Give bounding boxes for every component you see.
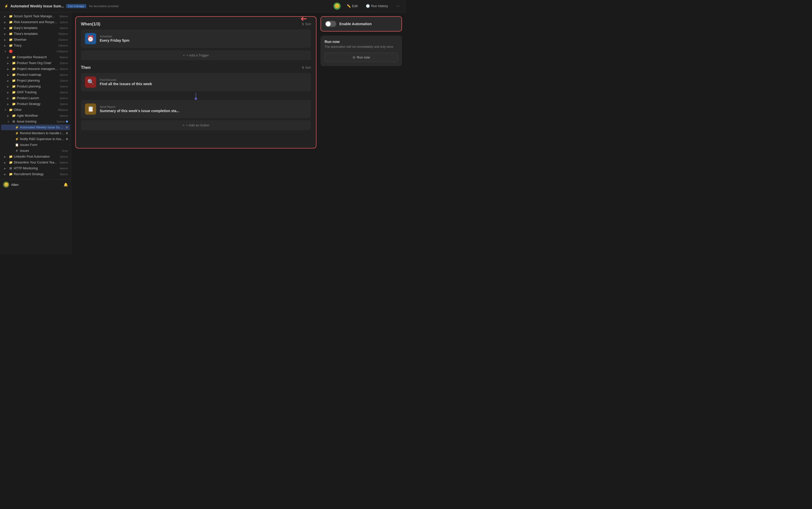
sidebar-item-25[interactable]: ▶📁Streamline Your Content Tea...6piece (1, 160, 70, 165)
run-now-card: Run now The automation will run immediat… (321, 36, 402, 66)
sidebar-count-4: 31piece (58, 38, 68, 41)
sidebar-arrow-1: ▶ (4, 21, 8, 24)
sidebar-item-6[interactable]: ▼🔴144piece (1, 48, 70, 54)
sidebar-arrow-9: ▶ (7, 68, 11, 70)
trigger-name: Every Friday 5pm (100, 38, 129, 42)
sidebar-item-0[interactable]: ▶📁Scrum Sprint Task Manage...8piece (1, 13, 70, 19)
run-now-button[interactable]: ⊙ Run now (325, 53, 398, 62)
sidebar-count-14: 2piece (60, 97, 68, 100)
sidebar-label-22: Issues Form (20, 143, 68, 147)
when-section-header: When(1/3) ⇅ Sort (81, 22, 311, 27)
find-records-info: Find Records Find all the issues of this… (100, 78, 152, 86)
scheduler-icon: ⏰ (85, 33, 96, 44)
red-arrow-icon: ➜ (300, 14, 307, 23)
history-icon: 🕐 (366, 4, 370, 8)
sidebar-icon-3: 📁 (9, 32, 13, 36)
sidebar-item-1[interactable]: ▶📁Risk Assessment and Response...2piece (1, 19, 70, 25)
automation-title-icon: ⚡ (4, 4, 8, 8)
sidebar-item-15[interactable]: ▶📁Product Strategy2piece (1, 101, 70, 107)
sidebar-item-12[interactable]: ▶📁Product planning7piece (1, 83, 70, 89)
arrow-annotation: ➜ Enable Automation (321, 16, 402, 32)
sidebar-label-27: Recruitment Strategy (14, 172, 59, 176)
sidebar-item-16[interactable]: ▼📁Other85piece (1, 107, 70, 113)
add-action-button[interactable]: + + Add an Action (81, 120, 311, 130)
connector-line (196, 93, 196, 98)
notification-icon[interactable]: 🔔 (64, 182, 68, 186)
sidebar-item-5[interactable]: ▶📁Tracy23piece (1, 43, 70, 48)
run-history-button[interactable]: 🕐 Run history (364, 3, 390, 9)
sidebar-icon-19: ⚡ (15, 126, 19, 129)
sidebar-icon-1: 📁 (9, 20, 13, 24)
sidebar-count-17: 9piece (60, 114, 68, 117)
sidebar-count-16: 85piece (58, 108, 68, 111)
more-options-button[interactable]: ··· (394, 2, 402, 10)
find-records-card[interactable]: 🔍 Find Records Find all the issues of th… (81, 73, 311, 91)
when-title: When(1/3) (81, 22, 100, 27)
sidebar-arrow-24: ▶ (4, 155, 8, 158)
then-sort-button[interactable]: ⇅ Sort (302, 66, 311, 69)
sidebar-item-26[interactable]: ▶⊞HTTP Monitoring4piece (1, 166, 70, 171)
sidebar-item-19[interactable]: ⚡Automated Weekly Issue Summ... (1, 125, 70, 130)
sidebar-item-23[interactable]: #Issues5row (1, 148, 70, 154)
sidebar-dot-21 (66, 138, 68, 140)
sidebar-item-27[interactable]: ▶📁Recruitment Strategy3piece (1, 171, 70, 177)
sidebar-item-21[interactable]: ⚡Notify R&D Supervisor to Assign... (1, 136, 70, 142)
sidebar-arrow-18: ▼ (7, 120, 11, 123)
sidebar-icon-18: ⊞ (12, 120, 16, 123)
sidebar-arrow-25: ▶ (4, 161, 8, 164)
sidebar-icon-10: 📁 (12, 73, 16, 76)
sidebar-item-24[interactable]: ▶📁LinkedIn Post Automation2piece (1, 154, 70, 160)
enable-toggle[interactable] (325, 21, 336, 27)
right-panel: ➜ Enable Automation Run now The automati… (321, 16, 402, 250)
sidebar-item-13[interactable]: ▶📁OKR Tracking2piece (1, 90, 70, 95)
trigger-info: Scheduler Every Friday 5pm (100, 35, 129, 42)
sidebar-label-1: Risk Assessment and Response... (14, 20, 59, 24)
sidebar-label-14: Product Launch (17, 96, 59, 100)
sidebar-items: ▶📁Scrum Sprint Task Manage...8piece▶📁Ris… (0, 13, 71, 177)
sidebar-item-17[interactable]: ▶📁Agile Workflow9piece (1, 113, 70, 118)
sidebar-count-26: 4piece (60, 167, 68, 170)
sidebar-item-3[interactable]: ▶📁Thea's templates33piece (1, 31, 70, 37)
sidebar-item-14[interactable]: ▶📁Product Launch2piece (1, 95, 70, 101)
send-report-card[interactable]: 📋 Send Report Summary of this week's iss… (81, 100, 311, 118)
sidebar-item-4[interactable]: ▶📁Sheehan31piece (1, 37, 70, 42)
sidebar-item-9[interactable]: ▶📁Project resource management3piece (1, 66, 70, 72)
edit-button[interactable]: ✏️ Edit (345, 3, 360, 9)
sidebar-count-5: 23piece (58, 44, 68, 47)
scheduler-trigger-card[interactable]: ⏰ Scheduler Every Friday 5pm (81, 30, 311, 48)
topbar-left: ⚡ Automated Weekly Issue Sum... Can mana… (4, 4, 333, 8)
sidebar-item-2[interactable]: ▶📁Gary's templates5piece (1, 25, 70, 31)
sidebar-label-4: Sheehan (14, 38, 57, 41)
run-now-btn-icon: ⊙ (353, 56, 355, 59)
add-action-icon: + (183, 123, 185, 127)
edit-icon: ✏️ (347, 4, 351, 8)
sidebar-label-23: Issues (20, 149, 61, 152)
sidebar-count-24: 2piece (60, 155, 68, 158)
sidebar-item-22[interactable]: 📋Issues Form (1, 142, 70, 148)
sidebar-label-9: Project resource management (17, 67, 59, 71)
sidebar-dot-20 (66, 132, 68, 134)
sidebar-item-20[interactable]: ⚡Remind Members to Handle Iss... (1, 130, 70, 136)
run-now-title: Run now (325, 40, 398, 44)
sidebar-item-10[interactable]: ▶📁Product roadmap2piece (1, 72, 70, 77)
sidebar-icon-2: 📁 (9, 26, 13, 30)
sidebar-count-0: 8piece (60, 15, 68, 18)
sidebar-item-7[interactable]: ▶📁Competitor Research8piece (1, 55, 70, 60)
sidebar-count-11: 2piece (60, 79, 68, 82)
sidebar-icon-23: # (15, 149, 19, 152)
add-trigger-label: + Add a Trigger (187, 54, 209, 57)
add-trigger-button[interactable]: + + Add a Trigger (81, 50, 311, 60)
sidebar-item-11[interactable]: ▶📁Project planning2piece (1, 78, 70, 83)
sidebar-arrow-17: ▶ (7, 114, 11, 117)
sidebar-item-18[interactable]: ▼⊞Issue tracking5piece (1, 119, 70, 124)
sidebar-icon-4: 📁 (9, 38, 13, 41)
sidebar-count-1: 2piece (60, 21, 68, 24)
sidebar-arrow-3: ▶ (4, 33, 8, 35)
sidebar-icon-20: ⚡ (15, 131, 19, 135)
sidebar-icon-14: 📁 (12, 96, 16, 100)
automation-canvas: When(1/3) ⇅ Sort ⏰ Scheduler Every Frida… (75, 16, 317, 250)
sidebar-label-13: OKR Tracking (17, 91, 59, 94)
sidebar-item-8[interactable]: ▶📁Product Team Org Chart2piece (1, 60, 70, 66)
sidebar-icon-24: 📁 (9, 155, 13, 159)
main-layout: ▶📁Scrum Sprint Task Manage...8piece▶📁Ris… (0, 12, 406, 254)
